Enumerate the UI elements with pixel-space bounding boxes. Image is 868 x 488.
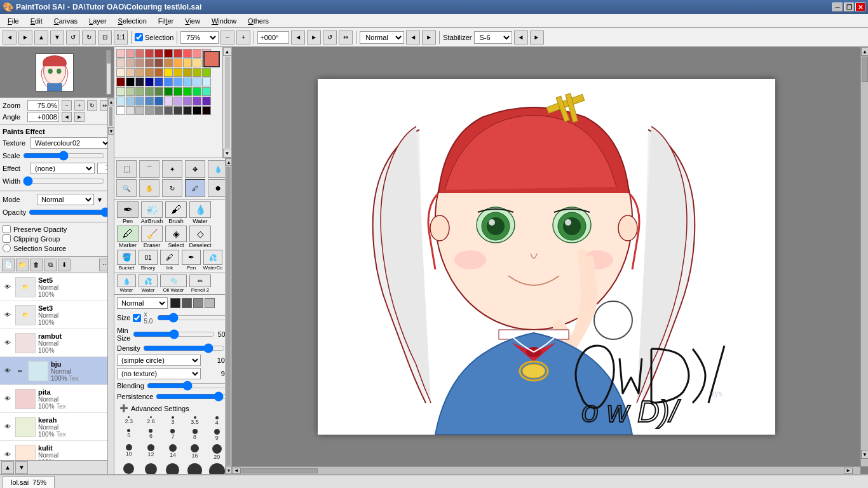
color-swatch[interactable]	[145, 68, 154, 77]
menu-window[interactable]: Window	[207, 16, 241, 26]
color-swatch[interactable]	[154, 87, 163, 96]
color-swatch[interactable]	[173, 78, 182, 86]
left-scroll-up[interactable]: ▲	[108, 98, 114, 105]
rotate-cw-btn[interactable]: ↻	[82, 30, 96, 44]
color-swatch[interactable]	[173, 87, 182, 96]
color-swatch[interactable]	[116, 68, 125, 77]
color-swatch[interactable]	[193, 49, 201, 58]
color-swatch[interactable]	[135, 58, 144, 67]
zoom-dropdown[interactable]: 75% 50% 100%	[180, 31, 219, 44]
texture-dropdown[interactable]: Watercolour02 (none)	[31, 137, 111, 149]
color-swatch[interactable]	[145, 87, 154, 96]
brush-size-5[interactable]: 5	[118, 428, 140, 442]
layer-vis-kulit[interactable]: 👁	[3, 450, 13, 460]
ink-tool-option[interactable]: 🖋 Ink	[159, 250, 180, 271]
brush-size-9[interactable]: 9	[206, 428, 227, 442]
color-swatch[interactable]	[154, 97, 163, 105]
hscroll-thumb[interactable]	[241, 468, 318, 473]
minsize-slider[interactable]	[133, 330, 215, 339]
brush-size-14[interactable]: 14	[162, 443, 184, 461]
color-swatch[interactable]	[126, 78, 135, 86]
color-swatch[interactable]	[193, 68, 201, 77]
color-swatch[interactable]	[202, 68, 211, 77]
vscroll-up-btn[interactable]: ▲	[861, 47, 868, 56]
color-swatch[interactable]	[202, 97, 211, 105]
color-swatch[interactable]	[164, 58, 173, 67]
color-swatch[interactable]	[145, 49, 154, 58]
shape-icon-4[interactable]	[205, 298, 215, 308]
zoom-plus-btn[interactable]: +	[236, 30, 250, 44]
effect-dropdown[interactable]: (none)	[31, 163, 95, 174]
mid-scroll-down[interactable]: ▼	[226, 466, 232, 474]
color-scroll-up[interactable]: ▲	[223, 47, 232, 56]
left-panel-scrollbar[interactable]: ▲ ▼	[107, 98, 114, 474]
layer-vis-Set3[interactable]: 👁	[3, 310, 13, 320]
color-swatch[interactable]	[135, 97, 144, 105]
binary-tool-option[interactable]: 01 Binary	[138, 250, 158, 271]
layer-vis-pita[interactable]: 👁	[3, 394, 13, 404]
canvas-area[interactable]: lys o w D)/	[232, 47, 868, 474]
color-swatch[interactable]	[202, 87, 211, 96]
brush-size-3-5[interactable]: 3.5	[184, 415, 206, 427]
layer-rambut[interactable]: 👁 rambut Normal 100%	[0, 329, 114, 357]
new-layer-btn[interactable]: 📄	[2, 259, 15, 271]
selection-checkbox[interactable]	[135, 33, 143, 41]
move-tool[interactable]: ✥	[185, 160, 205, 178]
pen-tool-option[interactable]: ✒ Pen	[116, 201, 139, 224]
airbrush-tool-option[interactable]: 💨 AirBrush	[140, 201, 163, 224]
color-swatch[interactable]	[116, 58, 125, 67]
persistence-slider[interactable]	[156, 392, 231, 401]
new-group-btn[interactable]: 📁	[16, 259, 29, 271]
left-scroll-down[interactable]: ▼	[108, 127, 114, 135]
brush-size-30[interactable]: 30	[140, 462, 162, 474]
color-swatch[interactable]	[164, 49, 173, 58]
layer-pita[interactable]: 👁 pita Normal 100% Tex	[0, 385, 114, 413]
merge-layer-btn[interactable]: ⬇	[58, 259, 71, 271]
brush-size-4[interactable]: 4	[206, 415, 227, 427]
brush-mode-dropdown[interactable]: Normal Multiply Screen	[117, 297, 168, 309]
bucket-tool-option[interactable]: 🪣 Bucket	[116, 250, 137, 271]
hscroll-right-btn[interactable]: ►	[844, 468, 853, 474]
zoom-fit-btn[interactable]: ⊡	[98, 30, 112, 44]
color-swatch[interactable]	[164, 68, 173, 77]
blending-slider[interactable]	[147, 381, 229, 390]
blend-mode-dropdown[interactable]: Normal Multiply Screen	[360, 31, 404, 44]
preserve-opacity-checkbox[interactable]	[3, 225, 11, 233]
color-swatch[interactable]	[145, 97, 154, 105]
color-swatch[interactable]	[202, 106, 211, 115]
color-swatch[interactable]	[193, 58, 201, 67]
color-swatch[interactable]	[164, 78, 173, 86]
rot-right-btn[interactable]: ►	[307, 30, 321, 44]
shape-icon-3[interactable]	[193, 298, 203, 308]
zoom-100-btn[interactable]: 1:1	[114, 30, 128, 44]
color-swatch[interactable]	[183, 97, 192, 105]
vscroll-down-btn[interactable]: ▼	[861, 450, 868, 459]
pencil2-tool-option[interactable]: ✏ Pencil 2	[189, 274, 212, 293]
size-checkbox[interactable]	[133, 314, 141, 322]
layer-Set5[interactable]: 👁 📁 Set5 Normal 100%	[0, 273, 114, 301]
color-swatch[interactable]	[116, 87, 125, 96]
selection-checkbox-group[interactable]: Selection	[135, 33, 173, 41]
brush-tool-option[interactable]: 🖌 Brush	[165, 201, 187, 224]
brush-size-25[interactable]: 25	[118, 462, 140, 474]
brush-size-6[interactable]: 6	[140, 428, 162, 442]
brush-size-50[interactable]: 50	[206, 462, 227, 474]
zoom-tool[interactable]: 🔍	[116, 179, 137, 197]
waterce-tool-option[interactable]: 💦 WaterCc	[203, 250, 223, 271]
color-swatch[interactable]	[145, 78, 154, 86]
texture-dropdown[interactable]: (no texture)	[117, 368, 201, 379]
menu-view[interactable]: View	[180, 16, 205, 26]
color-swatch[interactable]	[135, 68, 144, 77]
color-swatch[interactable]	[183, 58, 192, 67]
mode-dropdown[interactable]: Normal Multiply Screen Overlay	[37, 194, 94, 205]
angle-decrease-btn[interactable]: ◄	[62, 112, 72, 122]
menu-filter[interactable]: Filter	[153, 16, 179, 26]
angle-value-input[interactable]	[27, 112, 59, 122]
brush-size-2-6[interactable]: 2.6	[140, 415, 162, 427]
zoom-increase-btn[interactable]: +	[74, 100, 85, 111]
brush-size-7[interactable]: 7	[162, 428, 184, 442]
layer-scroll-up-btn[interactable]: ▲	[1, 461, 14, 474]
restore-button[interactable]: ❐	[844, 3, 854, 11]
angle-increase-btn[interactable]: ►	[74, 112, 85, 122]
color-swatch[interactable]	[135, 106, 144, 115]
